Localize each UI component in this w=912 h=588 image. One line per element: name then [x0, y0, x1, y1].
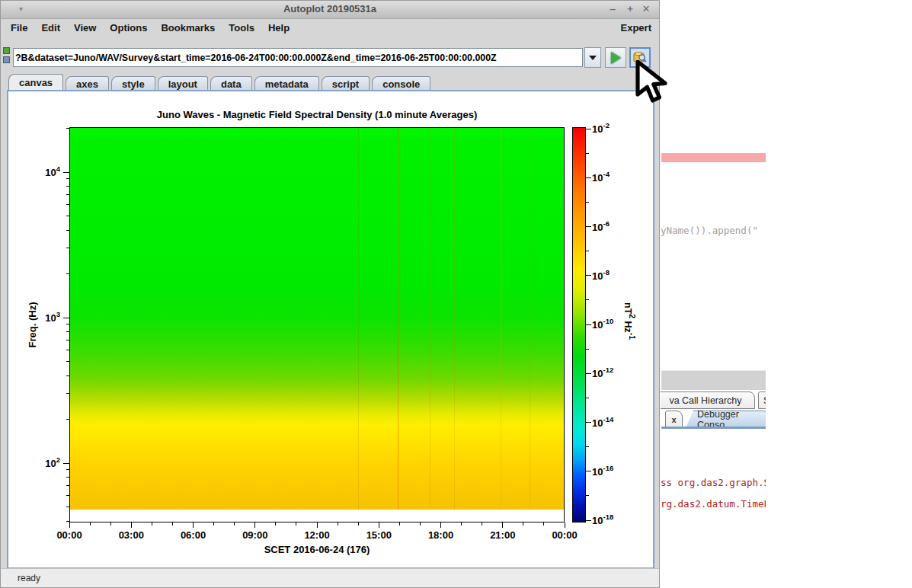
y-minor-tick	[66, 485, 69, 486]
spectrogram-top-band	[70, 128, 564, 137]
title-bar[interactable]: ▾ Autoplot 20190531a ‒ + ✕	[1, 1, 659, 19]
colorbar-tick-label: 10-4	[592, 171, 610, 184]
tab-axes[interactable]: axes	[66, 76, 109, 91]
colorbar-tick-label: 10-2	[592, 121, 610, 134]
x-major-tick	[131, 522, 132, 528]
spectrogram-streak	[430, 128, 430, 510]
y-minor-tick	[66, 230, 69, 231]
y-major-tick	[63, 463, 69, 464]
x-major-tick	[193, 522, 194, 528]
colorbar[interactable]	[572, 127, 586, 522]
tab-debugger-console[interactable]: Debugger Conso	[686, 411, 766, 428]
colorbar-major-tick	[586, 324, 591, 325]
plot-layers-icon	[3, 47, 11, 65]
y-minor-tick	[66, 340, 69, 340]
x-minor-tick	[213, 522, 214, 526]
spectrogram-streak	[358, 128, 359, 510]
ide-console-line: rg.das2.datum.TimePa	[661, 498, 766, 510]
maximize-button[interactable]: +	[623, 3, 637, 14]
ide-active-tab-underline	[661, 427, 766, 429]
y-minor-tick	[66, 128, 69, 129]
menu-options[interactable]: Options	[103, 22, 154, 34]
expert-mode-label[interactable]: Expert	[621, 22, 651, 34]
colorbar-minor-tick	[586, 446, 589, 447]
x-minor-tick	[358, 522, 359, 526]
uri-address-input[interactable]	[13, 48, 583, 67]
colorbar-major-tick	[586, 177, 591, 178]
x-tick-label: 18:00	[428, 529, 453, 541]
y-tick-label: 103	[45, 310, 60, 323]
colorbar-tick-label: 10-8	[592, 268, 610, 281]
x-minor-tick	[420, 522, 421, 526]
menu-tools[interactable]: Tools	[222, 22, 261, 34]
close-button[interactable]: ✕	[639, 3, 653, 14]
ide-console-line: ss org.das2.graph.Se	[661, 477, 766, 488]
spectrogram-streak	[501, 128, 501, 510]
chevron-down-icon	[589, 56, 597, 60]
y-minor-tick	[66, 469, 69, 470]
menu-bookmarks[interactable]: Bookmarks	[154, 22, 222, 34]
colorbar-major-tick	[586, 129, 591, 129]
tab-data[interactable]: data	[210, 76, 252, 91]
x-tick-label: 21:00	[490, 529, 515, 541]
x-tick-label: 06:00	[181, 529, 206, 541]
x-minor-tick	[110, 522, 111, 526]
spectrogram-plot[interactable]	[69, 127, 565, 522]
x-minor-tick	[461, 522, 462, 526]
menu-edit[interactable]: Edit	[34, 22, 67, 34]
spectrogram-streak	[530, 128, 530, 510]
y-tick-label: 102	[45, 455, 60, 468]
perspective-tab-strip: canvasaxesstylelayoutdatametadatascriptc…	[8, 74, 433, 91]
x-major-tick	[317, 522, 318, 528]
colorbar-tick-label: 10-12	[592, 366, 613, 379]
menu-help[interactable]: Help	[261, 22, 296, 34]
x-minor-tick	[543, 522, 544, 526]
colorbar-minor-tick	[586, 153, 589, 154]
tab-canvas[interactable]: canvas	[8, 74, 63, 91]
menu-file[interactable]: File	[4, 22, 34, 34]
tab-search[interactable]: S	[758, 391, 766, 409]
spectrogram-data-region[interactable]	[70, 128, 564, 510]
y-major-tick	[63, 318, 69, 318]
status-text: ready	[1, 573, 40, 583]
uri-dropdown-button[interactable]	[584, 47, 601, 68]
tab-call-hierarchy[interactable]: va Call Hierarchy	[661, 391, 755, 409]
colorbar-major-tick	[586, 471, 591, 471]
tab-script[interactable]: script	[322, 76, 370, 91]
colorbar-tick-label: 10-16	[592, 464, 613, 477]
window-title: Autoplot 20190531a	[1, 3, 659, 14]
x-major-tick	[565, 522, 565, 528]
x-major-tick	[379, 522, 379, 528]
colorbar-minor-tick	[586, 495, 589, 496]
colorbar-minor-tick	[586, 251, 589, 251]
y-minor-tick	[66, 507, 69, 507]
inspect-uri-button[interactable]	[629, 47, 651, 68]
x-axis-label: SCET 2016-06-24 (176)	[69, 544, 565, 555]
tab-metadata[interactable]: metadata	[254, 76, 319, 91]
x-tick-label: 00:00	[552, 529, 577, 541]
y-minor-tick	[66, 186, 69, 187]
x-tick-label: 03:00	[119, 529, 144, 541]
plot-go-button[interactable]	[605, 47, 626, 68]
layer-square-blue	[3, 56, 10, 63]
y-major-tick	[63, 172, 69, 173]
x-tick-label: 00:00	[56, 529, 82, 541]
background-ide-window: yName()).append(" va Call Hierarchy S x …	[661, 0, 766, 588]
y-axis-label: Freq. (Hz)	[27, 291, 38, 360]
uri-editor-icon	[633, 51, 647, 65]
tab-console[interactable]: console	[372, 76, 430, 91]
screenshot-stage: ▾ Autoplot 20190531a ‒ + ✕ FileEditViewO…	[0, 0, 912, 588]
minimize-button[interactable]: ‒	[606, 3, 619, 14]
tab-layout[interactable]: layout	[158, 76, 208, 91]
tab-style[interactable]: style	[111, 76, 155, 91]
x-minor-tick	[152, 522, 152, 526]
y-tick-label: 104	[45, 165, 60, 177]
y-minor-tick	[66, 194, 69, 195]
spectrogram-streak	[454, 128, 455, 510]
y-minor-tick	[66, 216, 69, 216]
tab-close-button[interactable]: x	[665, 411, 683, 428]
menu-view[interactable]: View	[67, 22, 103, 34]
y-minor-tick	[66, 393, 69, 394]
ide-tab-row-2: x Debugger Conso	[661, 409, 766, 428]
colorbar-minor-tick	[586, 202, 589, 203]
